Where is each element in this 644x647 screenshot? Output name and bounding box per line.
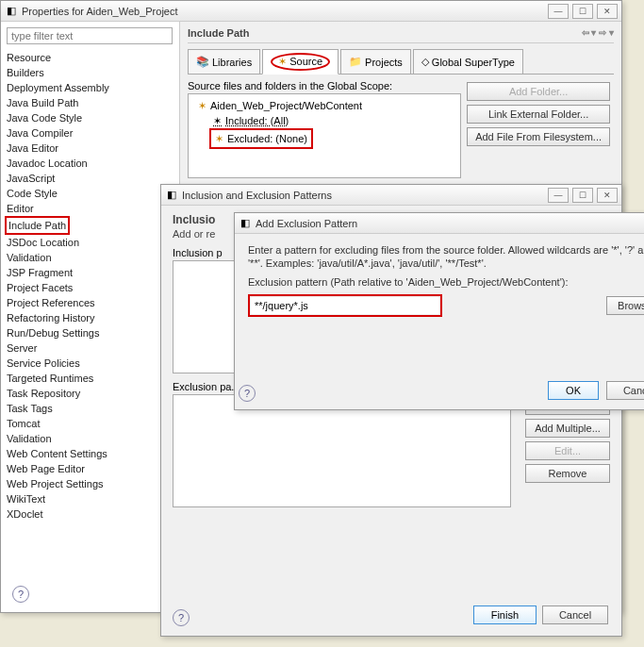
- tab-source[interactable]: ✶ Source: [262, 49, 339, 75]
- finish-button[interactable]: Finish: [473, 606, 537, 624]
- tree-item-rundebug[interactable]: Run/Debug Settings: [5, 325, 175, 340]
- tree-item-trepo[interactable]: Task Repository: [5, 386, 175, 401]
- scope-included[interactable]: ✶Included: (All): [198, 113, 456, 128]
- tree-item-validation[interactable]: Validation: [5, 431, 175, 446]
- ae-title: Add Exclusion Pattern: [256, 218, 644, 229]
- tree-item-prefs[interactable]: Project References: [5, 295, 175, 310]
- include-icon: ✶: [213, 113, 222, 128]
- eclipse-icon: ◧: [239, 217, 252, 230]
- browse-button[interactable]: Browse...: [606, 296, 644, 315]
- tree-item-server[interactable]: Server: [5, 340, 175, 356]
- folder-icon: ✶: [198, 98, 206, 113]
- ie-close[interactable]: ✕: [597, 188, 618, 203]
- tree-item-wpe[interactable]: Web Page Editor: [5, 461, 175, 476]
- tree-item-javadoc[interactable]: Javadoc Location: [5, 156, 175, 171]
- link-external-button[interactable]: Link External Folder...: [467, 105, 610, 124]
- ie-cancel-button[interactable]: Cancel: [542, 606, 608, 624]
- tab-projects[interactable]: 📁Projects: [340, 49, 411, 74]
- filter-input[interactable]: [7, 27, 173, 44]
- tree-item-js-jsdoc[interactable]: JSDoc Location: [5, 235, 175, 250]
- tree-item-js-editor[interactable]: Editor: [5, 201, 175, 216]
- titlebar[interactable]: ◧ Properties for Aiden_Web_Project — ☐ ✕: [1, 1, 621, 22]
- tree-item-jcompiler[interactable]: Java Compiler: [5, 125, 175, 141]
- ae-titlebar[interactable]: ◧ Add Exclusion Pattern ✕: [235, 213, 644, 234]
- tree-item-xdoclet[interactable]: XDoclet: [5, 506, 175, 522]
- add-folder-button[interactable]: Add Folder...: [467, 82, 610, 101]
- tree-item-wiki[interactable]: WikiText: [5, 491, 175, 506]
- projects-icon: 📁: [349, 56, 362, 68]
- sidebar: Resource Builders Deployment Assembly Ja…: [1, 22, 180, 612]
- edit-button[interactable]: Edit...: [525, 441, 610, 460]
- tree-item-ttags[interactable]: Task Tags: [5, 401, 175, 416]
- tree-item-tomcat[interactable]: Tomcat: [5, 416, 175, 431]
- add-multiple-button[interactable]: Add Multiple...: [525, 419, 610, 438]
- maximize-button[interactable]: ☐: [572, 4, 593, 19]
- tree-item-pfacets[interactable]: Project Facets: [5, 280, 175, 295]
- close-button[interactable]: ✕: [597, 4, 618, 19]
- ae-help-icon[interactable]: ?: [239, 385, 256, 402]
- tree-item-refhist[interactable]: Refactoring History: [5, 310, 175, 325]
- remove-button[interactable]: Remove: [525, 464, 610, 483]
- ae-cancel-button[interactable]: Cancel: [606, 381, 644, 400]
- tree-item-jcodestyle[interactable]: Java Code Style: [5, 110, 175, 125]
- help-icon[interactable]: ?: [12, 586, 29, 603]
- tree-item-wps[interactable]: Web Project Settings: [5, 476, 175, 491]
- supertype-icon: ◇: [421, 56, 429, 68]
- ae-description: Enter a pattern for excluding files from…: [248, 243, 644, 270]
- tree-item-jbuild[interactable]: Java Build Path: [5, 95, 175, 110]
- tree-item-trt[interactable]: Targeted Runtimes: [5, 371, 175, 386]
- exclusion-list[interactable]: [173, 394, 511, 507]
- tree-item-jspfrag[interactable]: JSP Fragment: [5, 265, 175, 280]
- tree-item-js-validation[interactable]: Validation: [5, 250, 175, 265]
- tree-item-js-includepath[interactable]: Include Path: [5, 216, 70, 235]
- tree-item-wcs[interactable]: Web Content Settings: [5, 446, 175, 461]
- ae-pattern-label: Exclusion pattern (Path relative to 'Aid…: [248, 275, 644, 289]
- ie-titlebar[interactable]: ◧ Inclusion and Exclusion Patterns — ☐ ✕: [161, 185, 621, 206]
- ie-maximize[interactable]: ☐: [572, 188, 593, 203]
- section-heading: Include Path: [188, 27, 249, 39]
- add-filesystem-button[interactable]: Add File From Filesystem...: [467, 127, 610, 146]
- tabs: 📚Libraries ✶ Source 📁Projects ◇Global Su…: [188, 49, 614, 75]
- tree-item-jeditor[interactable]: Java Editor: [5, 141, 175, 156]
- scope-root[interactable]: ✶Aiden_Web_Project/WebContent: [198, 98, 456, 113]
- minimize-button[interactable]: —: [548, 4, 569, 19]
- tab-libraries[interactable]: 📚Libraries: [188, 49, 260, 74]
- tree-item-resource[interactable]: Resource: [5, 50, 175, 65]
- tree-item-builders[interactable]: Builders: [5, 65, 175, 80]
- pattern-input[interactable]: [251, 297, 439, 314]
- tree-item-js-codestyle[interactable]: Code Style: [5, 186, 175, 201]
- eclipse-icon: ◧: [5, 5, 18, 18]
- tree-item-spol[interactable]: Service Policies: [5, 356, 175, 371]
- nav-arrows[interactable]: ⇦ ▾ ⇨ ▾: [582, 27, 614, 39]
- add-exclusion-window: ◧ Add Exclusion Pattern ✕ Enter a patter…: [234, 212, 644, 410]
- window-title: Properties for Aiden_Web_Project: [22, 6, 548, 17]
- tree-item-javascript[interactable]: JavaScript: [5, 171, 175, 186]
- ie-help-icon[interactable]: ?: [173, 609, 190, 626]
- eclipse-icon: ◧: [165, 189, 178, 202]
- scope-excluded[interactable]: ✶Excluded: (None): [209, 128, 313, 149]
- ie-minimize[interactable]: —: [548, 188, 569, 203]
- tab-gst[interactable]: ◇Global SuperType: [413, 49, 523, 74]
- library-icon: 📚: [196, 56, 209, 68]
- tree-item-deploy[interactable]: Deployment Assembly: [5, 80, 175, 95]
- exclude-icon: ✶: [215, 131, 223, 146]
- source-icon: ✶: [278, 56, 287, 67]
- ie-title: Inclusion and Exclusion Patterns: [182, 190, 548, 201]
- ok-button[interactable]: OK: [548, 381, 599, 400]
- scope-tree[interactable]: ✶Aiden_Web_Project/WebContent ✶Included:…: [188, 93, 461, 178]
